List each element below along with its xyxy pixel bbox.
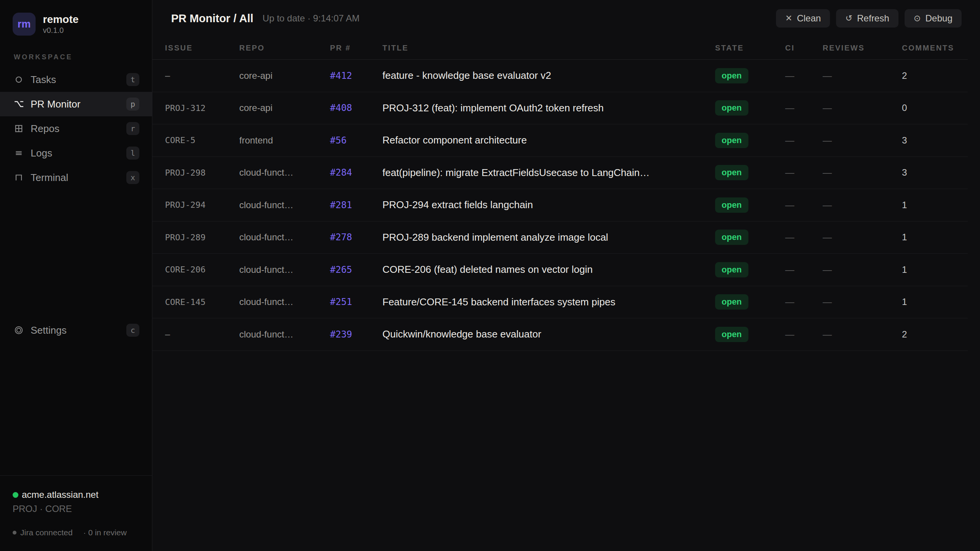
reviews-status: —	[823, 135, 902, 146]
jira-host: acme.atlassian.net	[22, 489, 98, 500]
table-row[interactable]: PROJ-298 cloud-funct… #284 feat(pipeline…	[152, 157, 968, 189]
refresh-icon: ↺	[845, 13, 852, 23]
pr-number-link[interactable]: #412	[330, 70, 382, 81]
sidebar-status: acme.atlassian.net PROJ · CORE Jira conn…	[0, 475, 152, 551]
table-row[interactable]: PROJ-289 cloud-funct… #278 PROJ-289 back…	[152, 222, 968, 254]
comments-count: 1	[902, 297, 968, 307]
sidebar-nav: Tasks t PR Monitor p Repos r Logs l	[0, 67, 152, 190]
terminal-icon	[13, 171, 25, 184]
pr-title: PROJ-294 extract fields langchain	[382, 199, 715, 211]
repo-name: cloud-funct…	[239, 297, 330, 307]
shortcut-badge: t	[126, 73, 139, 86]
state-badge: open	[715, 100, 748, 116]
comments-count: 2	[902, 329, 968, 340]
app-name: remote	[43, 13, 78, 26]
lines-icon	[13, 147, 25, 159]
main-content: PR Monitor / All Up to date · 9:14:07 AM…	[152, 0, 980, 351]
reviews-status: —	[823, 103, 902, 113]
shortcut-badge: c	[126, 324, 139, 337]
pr-number-link[interactable]: #265	[330, 264, 382, 275]
table-row[interactable]: PROJ-294 cloud-funct… #281 PROJ-294 extr…	[152, 189, 968, 222]
sidebar-item-tasks[interactable]: Tasks t	[0, 67, 152, 92]
pr-number-link[interactable]: #284	[330, 167, 382, 178]
online-status-icon	[13, 492, 18, 498]
sidebar-item-label: Logs	[31, 147, 126, 159]
issue-key: –	[165, 71, 239, 80]
sidebar-item-label: Settings	[31, 324, 126, 336]
pr-title: PROJ-289 backend implement analyze image…	[382, 231, 715, 243]
pr-table: ISSUE REPO PR # TITLE STATE CI REVIEWS C…	[152, 37, 968, 351]
state-badge: open	[715, 68, 748, 83]
header-actions: ✕ Clean ↺ Refresh ⊙ Debug	[776, 9, 962, 28]
settings-icon	[13, 324, 25, 336]
pr-number-link[interactable]: #56	[330, 135, 382, 146]
comments-count: 3	[902, 167, 968, 178]
pr-title: feat(pipeline): migrate ExtractFieldsUse…	[382, 167, 715, 179]
repo-name: cloud-funct…	[239, 329, 330, 340]
sidebar-item-pr-monitor[interactable]: PR Monitor p	[0, 92, 152, 116]
in-review-count: · 0 in review	[83, 528, 127, 537]
ci-status: —	[785, 103, 823, 113]
col-header-title: TITLE	[382, 44, 715, 52]
comments-count: 0	[902, 103, 968, 113]
pr-title: feature - knowledge base evaluator v2	[382, 70, 715, 82]
button-label: Refresh	[857, 13, 889, 24]
app-version: v0.1.0	[43, 26, 78, 35]
pr-number-link[interactable]: #251	[330, 297, 382, 307]
state-badge: open	[715, 294, 748, 310]
issue-key: CORE-145	[165, 297, 239, 307]
repo-name: cloud-funct…	[239, 232, 330, 243]
pr-number-link[interactable]: #408	[330, 103, 382, 113]
table-row[interactable]: CORE-206 cloud-funct… #265 CORE-206 (fea…	[152, 254, 968, 286]
table-row[interactable]: CORE-145 cloud-funct… #251 Feature/CORE-…	[152, 286, 968, 319]
pr-number-link[interactable]: #278	[330, 232, 382, 243]
state-badge: open	[715, 165, 748, 180]
shortcut-badge: l	[126, 147, 139, 160]
pr-number-link[interactable]: #281	[330, 200, 382, 210]
reviews-status: —	[823, 200, 902, 210]
reviews-status: —	[823, 264, 902, 275]
sidebar-item-terminal[interactable]: Terminal x	[0, 165, 152, 190]
button-label: Debug	[925, 13, 952, 24]
reviews-status: —	[823, 297, 902, 307]
table-header-row: ISSUE REPO PR # TITLE STATE CI REVIEWS C…	[152, 37, 968, 60]
jira-connected-label: Jira connected	[20, 528, 73, 537]
pr-number-link[interactable]: #239	[330, 329, 382, 340]
sync-status: Up to date · 9:14:07 AM	[263, 13, 360, 24]
circle-icon	[13, 73, 25, 86]
debug-button[interactable]: ⊙ Debug	[905, 9, 962, 28]
table-row[interactable]: CORE-5 frontend #56 Refactor component a…	[152, 124, 968, 157]
project-keys: PROJ · CORE	[13, 504, 139, 514]
repo-name: frontend	[239, 135, 330, 146]
option-icon	[13, 98, 25, 110]
sidebar-item-settings[interactable]: Settings c	[0, 318, 152, 342]
issue-key: PROJ-289	[165, 233, 239, 242]
sidebar-item-logs[interactable]: Logs l	[0, 141, 152, 165]
state-badge: open	[715, 230, 748, 245]
ci-status: —	[785, 167, 823, 178]
col-header-repo: REPO	[239, 44, 330, 52]
workspace-section-label: WORKSPACE	[14, 53, 152, 61]
state-badge: open	[715, 327, 748, 342]
table-row[interactable]: PROJ-312 core-api #408 PROJ-312 (feat): …	[152, 92, 968, 125]
table-body: – core-api #412 feature - knowledge base…	[152, 60, 968, 351]
refresh-button[interactable]: ↺ Refresh	[836, 9, 898, 28]
col-header-pr: PR #	[330, 44, 382, 52]
grid-icon	[13, 122, 25, 135]
ci-status: —	[785, 329, 823, 340]
state-badge: open	[715, 197, 748, 213]
ci-status: —	[785, 200, 823, 210]
shortcut-badge: x	[126, 171, 139, 184]
jira-connected-icon	[13, 531, 16, 535]
reviews-status: —	[823, 70, 902, 81]
sidebar-item-repos[interactable]: Repos r	[0, 116, 152, 141]
table-row[interactable]: – cloud-funct… #239 Quickwin/knowledge b…	[152, 318, 968, 351]
reviews-status: —	[823, 232, 902, 243]
col-header-ci: CI	[785, 44, 823, 52]
clean-button[interactable]: ✕ Clean	[776, 9, 830, 28]
table-row[interactable]: – core-api #412 feature - knowledge base…	[152, 60, 968, 92]
shortcut-badge: p	[126, 98, 139, 111]
page-header: PR Monitor / All Up to date · 9:14:07 AM…	[152, 0, 980, 37]
pr-title: PROJ-312 (feat): implement OAuth2 token …	[382, 102, 715, 114]
col-header-reviews: REVIEWS	[823, 44, 902, 52]
